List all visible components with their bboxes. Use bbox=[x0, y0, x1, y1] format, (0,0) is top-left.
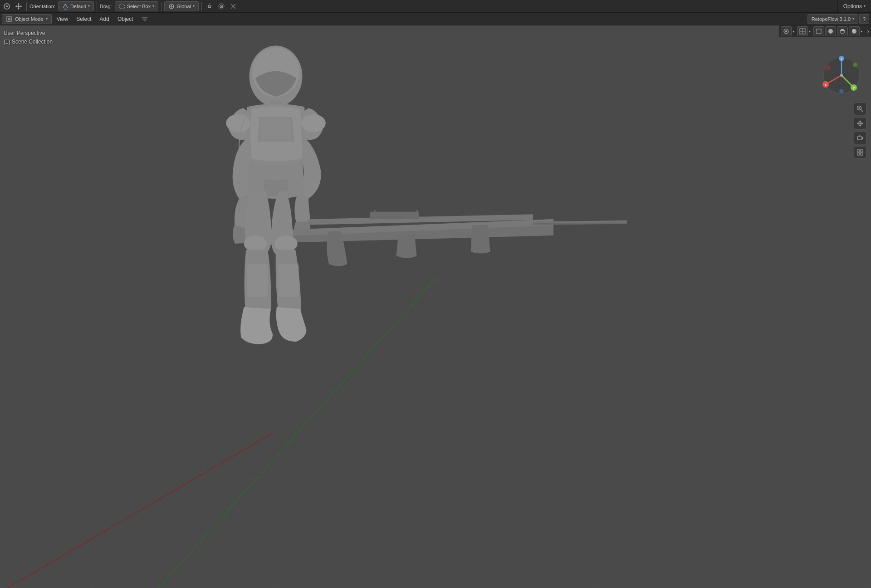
pivot-icon bbox=[168, 3, 175, 10]
svg-text:Z: Z bbox=[841, 58, 843, 61]
3d-model bbox=[0, 25, 871, 588]
viewport-header-icons: ▾ ▾ ▾ › bbox=[779, 25, 871, 37]
svg-point-59 bbox=[274, 235, 297, 252]
svg-rect-2 bbox=[120, 4, 124, 9]
svg-rect-60 bbox=[247, 264, 268, 297]
svg-point-58 bbox=[244, 235, 267, 252]
drag-icon bbox=[119, 3, 125, 10]
svg-point-83 bbox=[859, 135, 861, 137]
chevron-down-icon-3: ▾ bbox=[193, 4, 195, 8]
svg-rect-82 bbox=[857, 137, 862, 140]
svg-point-53 bbox=[226, 114, 250, 132]
svg-point-77 bbox=[840, 74, 843, 77]
addon-chevron: ▾ bbox=[852, 17, 854, 21]
menu-select[interactable]: Select bbox=[73, 14, 95, 24]
svg-point-13 bbox=[785, 30, 787, 32]
svg-point-18 bbox=[828, 29, 833, 34]
camera-chevron[interactable]: ▾ bbox=[793, 29, 794, 34]
options-button[interactable]: Options ▾ bbox=[837, 0, 871, 13]
object-mode-icon bbox=[6, 16, 12, 22]
collapse-sidebar-icon[interactable]: › bbox=[867, 28, 869, 35]
shading-wireframe-btn[interactable] bbox=[813, 26, 824, 36]
transform-icon[interactable] bbox=[2, 1, 12, 11]
svg-rect-11 bbox=[8, 18, 10, 20]
shading-chevron[interactable]: ▾ bbox=[861, 29, 862, 34]
chevron-down-icon-2: ▾ bbox=[152, 4, 154, 8]
drag-dropdown[interactable]: Select Box ▾ bbox=[115, 1, 159, 11]
pivot-dropdown[interactable]: Global ▾ bbox=[164, 1, 199, 11]
svg-rect-17 bbox=[817, 29, 821, 34]
menu-view[interactable]: View bbox=[53, 14, 72, 24]
pan-gizmo-btn[interactable] bbox=[854, 117, 866, 130]
zoom-gizmo-btn[interactable] bbox=[854, 103, 866, 115]
menu-add[interactable]: Add bbox=[96, 14, 113, 24]
help-button[interactable]: ? bbox=[859, 14, 869, 24]
svg-point-9 bbox=[221, 6, 222, 7]
shading-material-btn[interactable] bbox=[837, 26, 848, 36]
svg-line-79 bbox=[861, 110, 863, 112]
svg-rect-84 bbox=[857, 150, 860, 152]
drag-label: Drag: bbox=[100, 4, 112, 9]
svg-point-1 bbox=[6, 5, 8, 7]
object-mode-dropdown[interactable]: Object Mode ▾ bbox=[2, 14, 52, 24]
orientation-label: Orientation: bbox=[29, 4, 55, 9]
retopo-flow-button[interactable]: RetopoFlow 3.1.0 ▾ bbox=[807, 14, 858, 24]
orientation-gizmo[interactable]: Z Y X bbox=[821, 55, 862, 96]
separator-2 bbox=[97, 2, 97, 11]
options-chevron: ▾ bbox=[864, 4, 866, 8]
svg-rect-85 bbox=[861, 150, 863, 152]
shading-rendered-btn[interactable] bbox=[849, 26, 860, 36]
grid-gizmo-btn[interactable] bbox=[854, 146, 866, 159]
svg-point-76 bbox=[826, 65, 830, 70]
overlay-chevron[interactable]: ▾ bbox=[809, 29, 811, 34]
snap-icon[interactable] bbox=[205, 1, 215, 11]
filter-icon[interactable] bbox=[140, 14, 150, 24]
menu-object[interactable]: Object bbox=[114, 14, 137, 24]
right-gizmos bbox=[854, 103, 866, 159]
svg-point-20 bbox=[852, 29, 856, 34]
move-icon[interactable] bbox=[14, 1, 24, 11]
svg-rect-87 bbox=[861, 153, 863, 155]
top-toolbar: Orientation: Default ▾ Drag: Select Box … bbox=[0, 0, 871, 13]
separator-1 bbox=[26, 2, 27, 11]
header-bar: Object Mode ▾ View Select Add Object Ret… bbox=[0, 13, 871, 25]
svg-point-21 bbox=[852, 29, 854, 31]
show-gizmos-icon[interactable] bbox=[228, 1, 238, 11]
viewport-overlay-icon[interactable] bbox=[797, 26, 808, 36]
svg-rect-55 bbox=[370, 212, 419, 219]
orientation-dropdown[interactable]: Default ▾ bbox=[58, 1, 94, 11]
svg-rect-61 bbox=[278, 264, 298, 297]
svg-rect-57 bbox=[416, 210, 418, 212]
camera-perspective-icon[interactable] bbox=[781, 26, 792, 36]
mode-chevron: ▾ bbox=[46, 17, 48, 21]
svg-point-74 bbox=[839, 89, 844, 93]
shading-solid-btn[interactable] bbox=[825, 26, 836, 36]
separator-3 bbox=[161, 2, 161, 11]
svg-rect-86 bbox=[857, 153, 860, 155]
proportional-edit-icon[interactable] bbox=[216, 1, 226, 11]
svg-text:Y: Y bbox=[853, 87, 855, 90]
separator-4 bbox=[201, 2, 202, 11]
svg-rect-56 bbox=[374, 210, 376, 212]
camera-gizmo-btn[interactable] bbox=[854, 132, 866, 144]
orientation-icon bbox=[62, 3, 69, 10]
svg-text:X: X bbox=[825, 83, 827, 87]
viewport[interactable]: User Perspective (1) Scene Collection bbox=[0, 25, 871, 588]
svg-point-75 bbox=[853, 63, 857, 67]
chevron-down-icon: ▾ bbox=[88, 4, 90, 8]
svg-point-54 bbox=[301, 114, 326, 132]
